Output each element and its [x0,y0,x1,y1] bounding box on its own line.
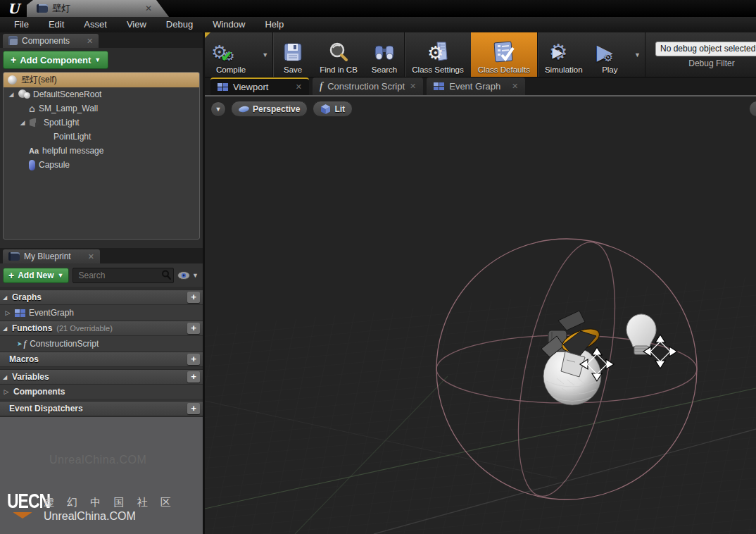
tab-close-icon[interactable]: ✕ [296,82,302,92]
menu-file[interactable]: File [4,17,39,32]
add-component-button[interactable]: + Add Component ▼ [3,51,108,69]
component-row-helpful-message[interactable]: Aa helpful message [4,144,199,158]
static-mesh-icon: ⌂ [29,104,35,113]
tab-close-icon[interactable]: ✕ [410,82,416,91]
components-subsection-row[interactable]: ▷ Components [0,385,203,399]
visibility-filter[interactable]: ▼ [177,271,200,280]
myblueprint-panel-tab[interactable]: My Blueprint ✕ [3,249,100,263]
event-graph-icon [434,82,444,90]
myblueprint-controls: + Add New ▼ ▼ [0,263,203,287]
save-button[interactable]: Save [273,32,313,77]
menu-asset[interactable]: Asset [74,17,117,32]
components-tree: 壁灯(self) ◢ DefaultSceneRoot ⌂ SM_Lamp_Wa… [3,72,200,240]
debug-object-dropdown[interactable]: No debug object selected ▼ [655,42,756,56]
tab-close-icon[interactable]: ✕ [512,82,518,91]
add-function-button[interactable]: + [187,323,200,334]
document-tab-close-icon[interactable]: ✕ [145,4,152,13]
viewport-scene[interactable] [205,98,756,534]
add-macro-button[interactable]: + [187,354,200,365]
svg-text:⚙: ⚙ [427,42,443,63]
class-settings-button[interactable]: ⚙ Class Settings [405,32,471,77]
event-graph-icon [15,309,25,317]
binoculars-icon [373,39,396,65]
find-in-cb-button[interactable]: Find in CB [313,32,365,77]
expanded-arrow-icon: ◢ [3,374,9,380]
scene-root-icon [18,89,30,99]
collapsed-arrow-icon[interactable]: ▷ [3,388,10,395]
add-variable-button[interactable]: + [187,371,200,383]
component-row-defaultsceneroot[interactable]: ◢ DefaultSceneRoot [4,87,199,101]
plus-icon: + [8,270,14,281]
menu-window[interactable]: Window [203,17,255,32]
menu-view[interactable]: View [117,17,156,32]
search-button[interactable]: Search [365,32,404,77]
menu-edit[interactable]: Edit [39,17,74,32]
tab-construction-script[interactable]: f Construction Script ✕ [313,77,423,95]
compile-button[interactable]: ⚙⚙✔ Compile [204,32,258,77]
eye-icon [177,271,190,280]
save-find-group: Save Find in CB Search [273,32,405,77]
viewport-tabstrip: Viewport ✕ f Construction Script ✕ Event… [205,77,756,97]
play-group: ⚙▶ Simulation ▶⚙ Play ▼ [538,32,645,77]
menu-debug[interactable]: Debug [156,17,203,32]
components-panel-icon [8,37,18,45]
components-tabstrip: Components ✕ [0,32,203,48]
tab-event-graph[interactable]: Event Graph ✕ [427,77,525,95]
debug-filter-label: Debug Filter [688,58,734,68]
viewport-overlay-controls: ▼ Perspective Lit [210,101,353,117]
add-graph-button[interactable]: + [187,292,200,303]
play-icon: ▶⚙ [597,39,623,65]
perspective-lens-icon [238,105,249,113]
constructionscript-row[interactable]: ➤ f ConstructionScript [0,336,203,352]
components-tab-close-icon[interactable]: ✕ [87,37,93,46]
gear-blueprint-icon: ⚙ [426,39,450,65]
class-group: ⚙ Class Settings Class Defaults [405,32,538,77]
variables-section-header[interactable]: ◢ Variables + [0,369,203,385]
components-panel-tab[interactable]: Components ✕ [3,34,99,48]
search-wrap [73,268,174,283]
lit-mode-button[interactable]: Lit [313,101,353,117]
capsule-icon [29,160,35,170]
compile-options-caret-icon[interactable]: ▼ [258,51,272,58]
component-row-spotlight[interactable]: ◢ SpotLight [4,116,199,130]
unsaved-corner-flag [204,32,210,39]
perspective-button[interactable]: Perspective [231,101,308,117]
function-f-icon: f [320,80,322,92]
blueprint-book-icon [37,4,48,13]
macros-section-header[interactable]: Macros + [0,352,203,367]
compile-gears-icon: ⚙⚙✔ [211,39,251,65]
component-row-sm-lamp-wall[interactable]: ⌂ SM_Lamp_Wall [4,101,199,116]
myblueprint-tab-close-icon[interactable]: ✕ [88,252,94,261]
watermark-faint-text: UnrealChina.COM [49,454,146,466]
watermark-cn-text: 虚 幻 中 国 社 区 [44,496,176,509]
watermark-area: UnrealChina.COM UECN 虚 幻 中 国 社 区 UnrealC… [0,417,203,534]
simulation-button[interactable]: ⚙▶ Simulation [538,32,590,77]
expanded-arrow-icon[interactable]: ◢ [19,119,26,126]
tab-viewport[interactable]: Viewport ✕ [210,77,309,95]
add-event-dispatcher-button[interactable]: + [187,403,200,414]
expanded-arrow-icon: ◢ [3,325,9,332]
plus-icon: + [11,54,16,66]
menu-help[interactable]: Help [255,17,294,32]
text-render-icon: Aa [29,147,39,155]
component-row-self[interactable]: 壁灯(self) [4,73,199,87]
myblueprint-list: ◢ Graphs + ▷ EventGraph ◢ Functions (21 … [0,290,203,416]
viewport-panel: Viewport ✕ f Construction Script ✕ Event… [205,77,756,534]
component-row-capsule[interactable]: Capsule [4,158,199,172]
component-row-pointlight[interactable]: PointLight [4,130,199,144]
add-new-button[interactable]: + Add New ▼ [3,268,69,283]
expanded-arrow-icon[interactable]: ◢ [8,91,15,98]
graphs-section-header[interactable]: ◢ Graphs + [0,290,203,305]
play-button[interactable]: ▶⚙ Play [590,32,630,77]
viewport-options-button[interactable]: ▼ [210,101,226,117]
event-dispatchers-section-header[interactable]: Event Dispatchers + [0,401,203,416]
document-tab[interactable]: 壁灯 ✕ [27,0,169,17]
left-panel-column: Components ✕ + Add Component ▼ 壁灯(self) … [0,32,203,534]
collapsed-arrow-icon[interactable]: ▷ [4,309,11,316]
play-options-caret-icon[interactable]: ▼ [630,51,645,58]
functions-section-header[interactable]: ◢ Functions (21 Overridable) + [0,321,203,336]
pointlight-bulb-icon [42,132,50,142]
eventgraph-row[interactable]: ▷ EventGraph [0,305,203,321]
class-defaults-button[interactable]: Class Defaults [471,32,537,77]
myblueprint-search-input[interactable] [73,268,174,283]
